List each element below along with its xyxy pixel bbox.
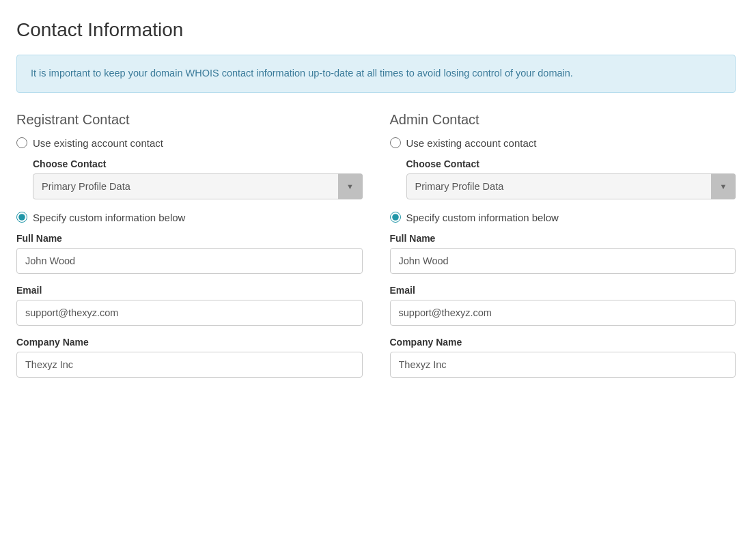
registrant-company-name-label: Company Name: [16, 337, 363, 348]
registrant-company-name-input[interactable]: [16, 352, 363, 378]
admin-company-name-label: Company Name: [390, 337, 736, 348]
registrant-section-title: Registrant Contact: [16, 112, 363, 128]
contact-columns: Registrant Contact Use existing account …: [16, 112, 736, 389]
registrant-contact-select-wrapper: Primary Profile Data: [33, 173, 363, 199]
registrant-full-name-label: Full Name: [16, 233, 363, 244]
admin-email-group: Email: [390, 285, 736, 326]
registrant-full-name-input[interactable]: [16, 248, 363, 274]
admin-full-name-group: Full Name: [390, 233, 736, 274]
registrant-contact-column: Registrant Contact Use existing account …: [16, 112, 363, 389]
admin-contact-select[interactable]: Primary Profile Data: [406, 173, 736, 199]
admin-full-name-label: Full Name: [390, 233, 736, 244]
admin-specify-custom-label: Specify custom information below: [406, 212, 559, 223]
admin-use-existing-option[interactable]: Use existing account contact: [390, 137, 736, 149]
admin-specify-custom-option[interactable]: Specify custom information below: [390, 212, 736, 223]
registrant-contact-select[interactable]: Primary Profile Data: [33, 173, 363, 199]
admin-use-existing-label: Use existing account contact: [406, 137, 537, 149]
admin-section-title: Admin Contact: [390, 112, 736, 128]
registrant-specify-custom-option[interactable]: Specify custom information below: [16, 212, 363, 223]
registrant-use-existing-label: Use existing account contact: [33, 137, 163, 149]
admin-choose-contact-label: Choose Contact: [406, 158, 736, 169]
registrant-use-existing-radio[interactable]: [16, 137, 27, 148]
registrant-specify-custom-radio[interactable]: [16, 212, 27, 223]
admin-contact-column: Admin Contact Use existing account conta…: [390, 112, 736, 389]
registrant-specify-custom-label: Specify custom information below: [33, 212, 185, 223]
registrant-company-name-group: Company Name: [16, 337, 363, 378]
admin-specify-custom-radio[interactable]: [390, 212, 401, 223]
admin-contact-select-wrapper: Primary Profile Data: [406, 173, 736, 199]
registrant-email-group: Email: [16, 285, 363, 326]
admin-full-name-input[interactable]: [390, 248, 736, 274]
admin-company-name-group: Company Name: [390, 337, 736, 378]
registrant-full-name-group: Full Name: [16, 233, 363, 274]
page-title: Contact Information: [16, 19, 736, 41]
admin-company-name-input[interactable]: [390, 352, 736, 378]
registrant-email-input[interactable]: [16, 300, 363, 326]
registrant-use-existing-option[interactable]: Use existing account contact: [16, 137, 363, 149]
info-message: It is important to keep your domain WHOI…: [16, 55, 736, 93]
admin-email-input[interactable]: [390, 300, 736, 326]
registrant-email-label: Email: [16, 285, 363, 296]
registrant-choose-contact-label: Choose Contact: [33, 158, 363, 169]
admin-use-existing-radio[interactable]: [390, 137, 401, 148]
admin-email-label: Email: [390, 285, 736, 296]
